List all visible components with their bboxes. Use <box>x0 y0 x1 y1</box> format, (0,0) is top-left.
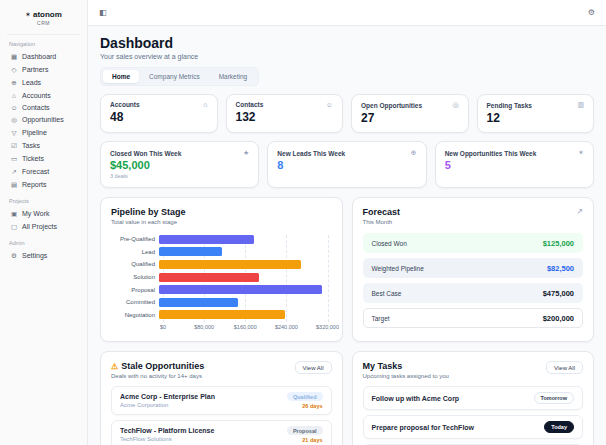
stale-view-all-button[interactable]: View All <box>295 361 332 374</box>
dashboard-tabs: HomeCompany MetricsMarketing <box>100 67 259 86</box>
forecast-row-value: $125,000 <box>543 239 574 248</box>
sidebar-item-label: Reports <box>22 181 47 188</box>
trending-up-icon: ↗ <box>10 168 18 176</box>
tab-marketing[interactable]: Marketing <box>210 70 257 83</box>
my-tasks-subtitle: Upcoming tasks assigned to you <box>363 373 449 379</box>
tab-company-metrics[interactable]: Company Metrics <box>140 70 209 83</box>
stale-days-label: 21 days <box>302 437 322 443</box>
task-row[interactable]: Prepare proposal for TechFlowToday <box>363 415 584 439</box>
dashboard-icon: ▦ <box>10 53 18 61</box>
chart-bar <box>159 235 254 244</box>
sidebar-item-label: Contacts <box>22 104 50 111</box>
briefcase-icon: ▣ <box>10 210 18 218</box>
app-subtitle: CRM <box>7 20 80 26</box>
sidebar-item-my-work[interactable]: ▣My Work <box>7 207 80 220</box>
forecast-rows: Closed Won$125,000Weighted Pipeline$82,5… <box>363 233 584 328</box>
sidebar-item-opportunities[interactable]: ◎Opportunities <box>7 113 80 126</box>
stat-card-value: 132 <box>236 110 334 124</box>
sidebar-item-dashboard[interactable]: ▦Dashboard <box>7 50 80 63</box>
weekly-stat-card[interactable]: New Opportunities This Week✶5 <box>435 141 594 188</box>
weekly-card-value: 5 <box>445 159 584 171</box>
target-icon: ◎ <box>452 101 458 109</box>
forecast-row: Weighted Pipeline$82,500 <box>363 258 584 278</box>
funnel-icon: ▽ <box>10 129 18 137</box>
stat-card[interactable]: Open Opportunities◎27 <box>351 94 469 133</box>
tab-home[interactable]: Home <box>103 70 139 83</box>
sidebar-item-tasks[interactable]: ☑Tasks <box>7 139 80 152</box>
pipeline-chart-subtitle: Total value in each stage <box>111 219 186 225</box>
sidebar-item-label: Tasks <box>22 142 40 149</box>
chart-x-tick-label: $320,000 <box>316 324 339 330</box>
forecast-row-value: $82,500 <box>547 264 574 273</box>
sidebar-item-label: Dashboard <box>22 53 56 60</box>
panel-left-icon[interactable]: ◧ <box>99 8 107 17</box>
chart-bar <box>159 310 285 319</box>
chart-x-tick-label: $0 <box>160 324 166 330</box>
stat-card[interactable]: Pending Tasks▥12 <box>477 94 595 133</box>
sidebar-item-accounts[interactable]: ⌂Accounts <box>7 89 80 101</box>
page-title: Dashboard <box>100 35 594 51</box>
weekly-card-label: New Leads This Week <box>277 150 345 157</box>
stat-card-value: 27 <box>361 111 459 125</box>
stat-card-value: 12 <box>487 111 585 125</box>
task-row[interactable]: Follow up with Acme CorpTomorrow <box>363 386 584 410</box>
topbar: ◧ ⚙ <box>88 0 606 26</box>
logo-mark-icon: ✶ <box>25 11 31 19</box>
chart-bar-row: Pre-Qualified <box>111 233 332 246</box>
chart-bar <box>159 298 238 307</box>
user-plus-icon: ⊕ <box>411 149 417 157</box>
weekly-stat-card[interactable]: New Leads This Week⊕8 <box>267 141 426 188</box>
chart-bar <box>159 285 322 294</box>
stat-card-label: Pending Tasks <box>487 102 532 109</box>
gear-icon[interactable]: ⚙ <box>588 8 595 17</box>
building-icon: ⌂ <box>10 92 18 99</box>
chart-bar-row: Proposal <box>111 283 332 296</box>
stage-badge: Proposal <box>287 426 323 435</box>
chart-x-tick-label: $160,000 <box>234 324 257 330</box>
weekly-stat-card[interactable]: Closed Won This Week★$45,0003 deals <box>100 141 259 188</box>
chart-x-tick-label: $240,000 <box>275 324 298 330</box>
chart-category-label: Proposal <box>111 287 159 293</box>
sidebar-item-pipeline[interactable]: ▽Pipeline <box>7 126 80 139</box>
sidebar-item-tickets[interactable]: ▭Tickets <box>7 152 80 165</box>
sidebar-section: Admin⚙Settings <box>7 240 80 262</box>
stale-opportunity-row[interactable]: Acme Corp - Enterprise PlanAcme Corporat… <box>111 386 332 415</box>
tasks-view-all-button[interactable]: View All <box>546 361 583 374</box>
stat-card[interactable]: Contacts☺132 <box>226 94 344 133</box>
chart-category-label: Solution <box>111 274 159 280</box>
opportunity-name: TechFlow - Platform License <box>120 427 214 434</box>
sidebar-item-label: Tickets <box>22 155 44 162</box>
weekly-card-value: $45,000 <box>110 159 249 171</box>
my-tasks-title: My Tasks <box>363 361 449 371</box>
file-text-icon: ▤ <box>10 181 18 189</box>
trending-up-icon: ↗ <box>576 207 583 216</box>
sidebar-item-settings[interactable]: ⚙Settings <box>7 249 80 262</box>
sidebar-item-label: My Work <box>22 210 49 217</box>
trophy-icon: ★ <box>243 149 249 157</box>
task-due-badge: Tomorrow <box>534 392 574 404</box>
sidebar-item-all-projects[interactable]: ▢All Projects <box>7 220 80 233</box>
stale-opportunity-row[interactable]: TechFlow - Platform LicenseTechFlow Solu… <box>111 420 332 445</box>
forecast-row-label: Closed Won <box>372 240 407 247</box>
sidebar-item-partners[interactable]: ◇Partners <box>7 63 80 76</box>
sidebar-item-forecast[interactable]: ↗Forecast <box>7 165 80 178</box>
bottom-panels-row: ⚠ Stale Opportunities Deals with no acti… <box>100 351 594 445</box>
sidebar-item-contacts[interactable]: ☺Contacts <box>7 101 80 113</box>
sidebar-item-leads[interactable]: ⊕Leads <box>7 76 80 89</box>
forecast-panel: Forecast This Month ↗ Closed Won$125,000… <box>352 197 595 342</box>
stale-opportunities-subtitle: Deals with no activity for 14+ days <box>111 373 204 379</box>
sidebar-item-label: Opportunities <box>22 116 64 123</box>
chart-bar <box>159 247 222 256</box>
sidebar-item-label: Partners <box>22 66 48 73</box>
sidebar-section-label: Navigation <box>9 41 78 47</box>
weekly-card-label: New Opportunities This Week <box>445 150 537 157</box>
forecast-row: Closed Won$125,000 <box>363 233 584 253</box>
forecast-row: Target$200,000 <box>363 308 584 328</box>
sidebar-item-reports[interactable]: ▤Reports <box>7 178 80 191</box>
stat-card[interactable]: Accounts⌂48 <box>100 94 218 133</box>
chart-category-label: Committed <box>111 299 159 305</box>
forecast-title: Forecast <box>363 207 401 217</box>
gear-icon: ⚙ <box>10 252 18 260</box>
stat-card-value: 48 <box>110 110 208 124</box>
chart-bar <box>159 260 301 269</box>
